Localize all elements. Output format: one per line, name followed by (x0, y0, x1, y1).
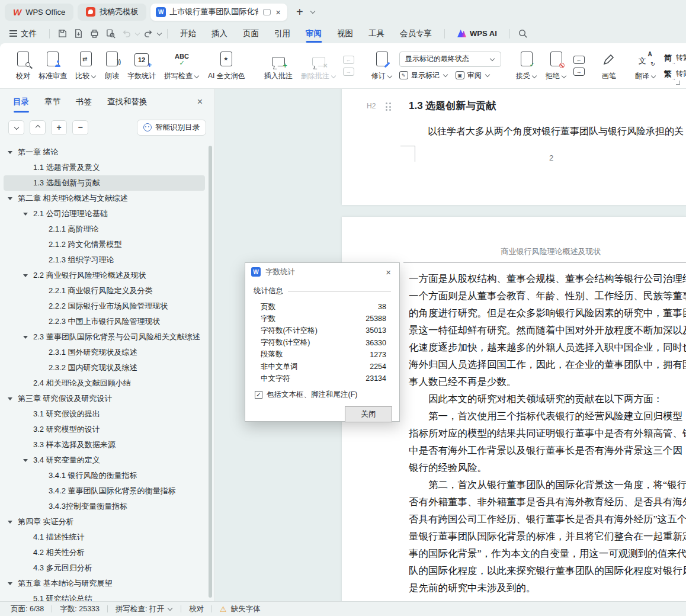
toc-item[interactable]: 2.1.1 高阶理论 (4, 222, 205, 237)
menu-item-membership[interactable]: 会员专享 (392, 24, 440, 43)
ribbon-expand-icon[interactable] (676, 81, 680, 85)
toc-item[interactable]: 2.2.2 国际银行业市场风险管理现状 (4, 299, 205, 314)
menu-item-home[interactable]: 开始 (172, 24, 204, 43)
toc-item[interactable]: 4.2 相关性分析 (4, 545, 205, 560)
proofread-button[interactable]: 校对 (12, 48, 34, 84)
toc-item[interactable]: 2.1.3 组织学习理论 (4, 252, 205, 268)
toc-item[interactable]: 2.1.2 跨文化情景模型 (4, 237, 205, 252)
toc-item[interactable]: 3.1 研究假设的提出 (4, 406, 205, 422)
word-count-button[interactable]: 12+ 字数统计 (123, 48, 160, 84)
print-preview-button[interactable] (102, 26, 118, 41)
sidebar-scrollbar[interactable] (209, 146, 212, 598)
toc-item[interactable]: 3.4 研究变量的定义 (4, 453, 205, 468)
tab-list-chevron-icon[interactable] (310, 9, 315, 14)
toc-item[interactable]: 第四章 实证分析 (4, 514, 205, 530)
sidebar-tab-chapters[interactable]: 章节 (44, 89, 60, 115)
toc-item[interactable]: 4.3 多元回归分析 (4, 560, 205, 576)
toc-caret-icon[interactable] (23, 213, 28, 216)
file-menu[interactable]: 文件 (7, 24, 44, 43)
document-page-2[interactable]: H2 1.3 选题创新与贡献 以往学者大多从两个角度对银行董事团队与银行风险承担… (342, 89, 686, 205)
review-pane-button[interactable]: ▣ 审阅 (456, 70, 491, 81)
tab-docer-templates[interactable]: 找稿壳模板 (78, 4, 146, 21)
save-button[interactable] (55, 26, 70, 41)
toc-item[interactable]: 2.3.1 国外研究现状及综述 (4, 345, 205, 360)
toc-item[interactable]: 2.4 相关理论及文献回顾小结 (4, 376, 205, 391)
toc-item[interactable]: 第一章 绪论 (4, 145, 205, 160)
toc-item[interactable]: 4.1 描述性统计 (4, 530, 205, 545)
toc-item[interactable]: 3.4.3控制变量衡量指标 (4, 499, 205, 514)
quickbar-more-chevron-icon[interactable] (157, 30, 162, 35)
toc-caret-icon[interactable] (8, 397, 12, 400)
toc-caret-icon[interactable] (23, 336, 28, 339)
next-change-icon[interactable]: → (573, 68, 585, 76)
accept-button[interactable]: ✓ 接受 (512, 48, 541, 84)
to-simplified-button[interactable]: 繁 转简 (664, 69, 686, 79)
marks-state-dropdown[interactable]: 显示标记的最终状态 (399, 52, 501, 67)
toc-item[interactable]: 5.1 研究结论总结 (4, 591, 205, 601)
menu-item-insert[interactable]: 插入 (204, 24, 235, 43)
next-comment-icon[interactable]: → (343, 68, 354, 76)
redo-button[interactable] (140, 26, 156, 41)
status-missing-font[interactable]: ⚠ 缺失字体 (220, 604, 261, 614)
toc-item[interactable]: 3.2 研究模型的设计 (4, 422, 205, 437)
show-marks-button[interactable]: ✎ 显示标记 (399, 70, 448, 81)
read-aloud-button[interactable]: )) 朗读 (101, 48, 123, 84)
search-button[interactable] (515, 26, 531, 41)
track-changes-button[interactable]: 修订 (367, 48, 397, 84)
toc-item[interactable]: 2.3 董事团队国际化背景与公司风险相关文献综述 (4, 329, 205, 345)
toc-zoom-out-button[interactable]: − (72, 120, 88, 135)
tab-wps-office[interactable]: W WPS Office (5, 4, 73, 21)
pen-button[interactable]: 画笔 (598, 48, 620, 84)
menu-item-tools[interactable]: 工具 (361, 24, 392, 43)
insert-comment-button[interactable]: + 插入批注 (260, 48, 297, 84)
menu-item-view[interactable]: 视图 (329, 24, 361, 43)
toc-item[interactable]: 3.4.1 银行风险的衡量指标 (4, 468, 205, 483)
toc-item[interactable]: 3.4.2 董事团队国际化背景的衡量指标 (4, 483, 205, 499)
print-button[interactable] (86, 26, 102, 41)
sidebar-tab-toc[interactable]: 目录 (13, 89, 29, 115)
delete-comment-button[interactable]: × 删除批注 (297, 48, 341, 84)
status-page-indicator[interactable]: 页面: 6/38 (11, 604, 44, 614)
reject-button[interactable]: 拒绝 (541, 48, 571, 84)
toc-item[interactable]: 2.2 商业银行风险理论概述及现状 (4, 268, 205, 283)
sidebar-close-icon[interactable]: × (197, 97, 203, 107)
close-button[interactable]: 关闭 (345, 406, 392, 422)
sidebar-tab-find-replace[interactable]: 查找和替换 (107, 89, 148, 115)
toc-item[interactable]: 3.3 样本选择及数据来源 (4, 437, 205, 453)
dialog-close-icon[interactable]: × (383, 267, 393, 277)
drag-handle-icon[interactable] (386, 102, 391, 111)
status-proofread[interactable]: 校对 (189, 604, 204, 614)
toc-item[interactable]: 第五章 基本结论与研究展望 (4, 576, 205, 591)
toc-item[interactable]: 1.3 选题创新与贡献 (4, 175, 205, 191)
close-tab-icon[interactable]: × (274, 7, 282, 17)
toc-item[interactable]: 第三章 研究假设及研究设计 (4, 391, 205, 406)
standard-review-button[interactable]: 标准审查 (34, 48, 71, 84)
sidebar-tab-bookmarks[interactable]: 书签 (76, 89, 92, 115)
toc-caret-icon[interactable] (23, 274, 28, 277)
tab-document[interactable]: W 上市银行董事团队国际化背景 × (150, 4, 287, 21)
toc-collapse-button[interactable] (8, 120, 24, 135)
menu-item-reference[interactable]: 引用 (267, 24, 298, 43)
toc-item[interactable]: 2.3.2 国内研究现状及综述 (4, 360, 205, 376)
smart-recognize-toc-button[interactable]: 智能识别目录 (137, 120, 206, 136)
toc-zoom-in-button[interactable]: + (51, 120, 67, 135)
undo-button[interactable] (118, 26, 134, 41)
translate-button[interactable]: 文A↻ 翻译 (631, 48, 661, 84)
to-traditional-button[interactable]: 简 转繁 (664, 53, 686, 63)
toc-item[interactable]: 1.1 选题背景及意义 (4, 160, 205, 175)
toc-caret-icon[interactable] (8, 521, 12, 524)
toc-item[interactable]: 第二章 相关理论概述与文献综述 (4, 191, 205, 206)
menu-item-page[interactable]: 页面 (235, 24, 267, 43)
toc-item[interactable]: 2.2.1 商业银行风险定义及分类 (4, 283, 205, 299)
status-spell-check[interactable]: 拼写检查: 打开 (116, 604, 173, 614)
toc-caret-icon[interactable] (8, 197, 12, 200)
export-button[interactable] (70, 26, 86, 41)
toc-expand-button[interactable] (30, 120, 46, 135)
toc-caret-icon[interactable] (8, 582, 12, 585)
wps-ai-button[interactable]: WPS AI (450, 24, 505, 43)
previous-change-icon[interactable]: ← (573, 56, 585, 64)
toc-caret-icon[interactable] (8, 151, 12, 154)
toc-item[interactable]: 2.1 公司治理理论基础 (4, 206, 205, 222)
previous-comment-icon[interactable]: ← (343, 56, 354, 64)
ai-polish-button[interactable]: ★ AI 全文润色 (204, 48, 249, 84)
